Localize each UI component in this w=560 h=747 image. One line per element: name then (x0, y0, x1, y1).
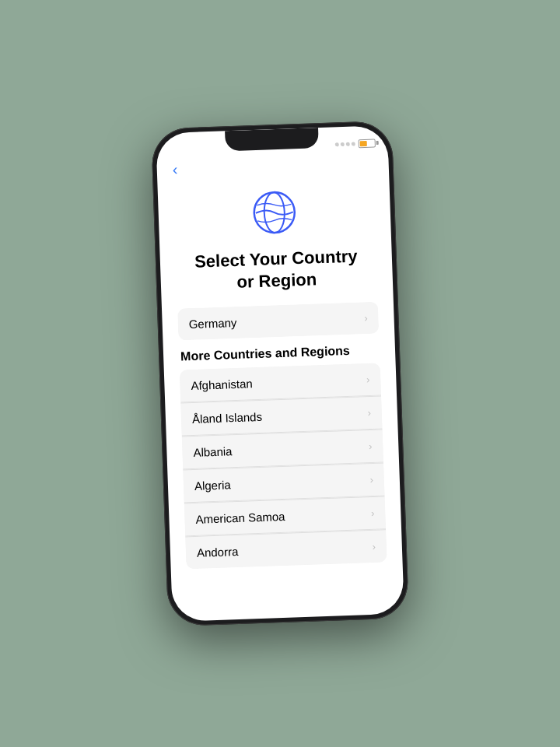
country-chevron: › (367, 407, 371, 419)
list-item[interactable]: Andorra › (185, 529, 387, 569)
country-name: American Samoa (195, 510, 285, 526)
germany-item[interactable]: Germany › (177, 302, 379, 341)
battery-fill (360, 140, 367, 146)
country-chevron: › (371, 507, 375, 519)
back-button[interactable]: ‹ (172, 157, 178, 181)
country-name: Afghanistan (191, 377, 253, 392)
globe-container (173, 184, 376, 241)
title-line1: Select Your Country (194, 246, 358, 271)
featured-list: Germany › (177, 302, 379, 341)
page-title: Select Your Country or Region (175, 245, 377, 295)
more-countries-header: More Countries and Regions (179, 343, 380, 364)
featured-section: Germany › (177, 302, 379, 341)
germany-chevron: › (364, 312, 368, 324)
screen-content: ‹ Select Your Country or Region (156, 150, 404, 622)
signal-indicator (335, 142, 355, 146)
globe-icon (249, 187, 300, 238)
country-name: Åland Islands (192, 410, 263, 426)
signal-dot-4 (352, 142, 355, 146)
phone-frame: ‹ Select Your Country or Region (151, 121, 409, 626)
signal-dot-3 (346, 142, 350, 146)
status-right (335, 139, 376, 149)
country-name: Andorra (197, 545, 239, 559)
country-chevron: › (366, 374, 370, 385)
country-name: Algeria (194, 478, 231, 493)
title-line2: or Region (236, 269, 317, 292)
signal-dot-2 (341, 142, 345, 146)
countries-list: Afghanistan › Åland Islands › Albania › … (180, 363, 387, 570)
phone-screen: ‹ Select Your Country or Region (156, 125, 404, 622)
germany-label: Germany (188, 316, 236, 331)
country-name: Albania (193, 444, 233, 459)
country-chevron: › (369, 474, 373, 486)
country-chevron: › (372, 541, 376, 552)
country-chevron: › (369, 440, 373, 452)
signal-dot-1 (335, 142, 339, 146)
battery-icon (359, 139, 376, 148)
notch (225, 128, 319, 151)
